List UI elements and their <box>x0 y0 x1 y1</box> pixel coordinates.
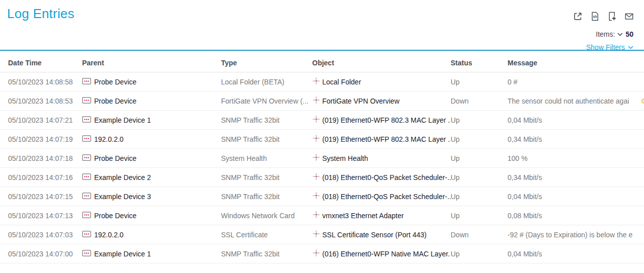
object-link-label: Local Folder <box>322 78 361 86</box>
column-header-object: Object <box>312 51 451 72</box>
cell-object: System Health <box>312 149 451 168</box>
object-link[interactable]: (019) Ethernet0-WFP 802.3 MAC Layer ... <box>312 134 451 144</box>
object-link[interactable]: vmxnet3 Ethernet Adapter <box>312 211 404 220</box>
items-count-control[interactable]: Items: 50 <box>596 30 633 38</box>
object-link[interactable]: SSL Certificate Sensor (Port 443) <box>312 230 426 239</box>
object-link-label: (016) Ethernet0-WFP Native MAC Layer... <box>322 250 451 258</box>
cell-parent: Example Device 1 <box>82 111 221 130</box>
object-link-label: (019) Ethernet0-WFP 802.3 MAC Layer ... <box>322 135 451 143</box>
device-icon <box>82 97 91 105</box>
object-link[interactable]: (018) Ethernet0-QoS Packet Scheduler-... <box>312 192 451 201</box>
cell-datetime: 05/10/2023 14:08:58 <box>0 72 82 92</box>
cell-datetime: 05/10/2023 14:08:53 <box>0 92 82 111</box>
cell-message: 0,34 Mbit/s <box>508 130 644 149</box>
object-link[interactable]: FortiGate VPN Overview <box>312 96 399 106</box>
cell-type: SNMP Traffic 32bit <box>221 187 312 206</box>
cell-status: Up <box>451 168 508 187</box>
parent-link[interactable]: Example Device 1 <box>82 116 151 124</box>
cell-status: Up <box>451 72 508 92</box>
parent-link-label: Probe Device <box>94 78 136 86</box>
object-link-label: SSL Certificate Sensor (Port 443) <box>322 231 426 239</box>
table-row: 05/10/2023 14:07:03 192.0.2.0 SSL Certif… <box>0 225 644 244</box>
parent-link[interactable]: Example Device 2 <box>82 173 151 181</box>
cell-object: vmxnet3 Ethernet Adapter <box>312 206 451 225</box>
column-header-datetime: Date Time <box>0 51 82 72</box>
cell-type: Local Folder (BETA) <box>221 72 312 92</box>
parent-link[interactable]: 192.0.2.0 <box>82 231 123 239</box>
sensor-icon <box>312 230 320 239</box>
table-row: 05/10/2023 14:08:58 Probe Device Local F… <box>0 72 644 92</box>
table-row: 05/10/2023 14:07:13 Probe Device Windows… <box>0 206 644 225</box>
object-link-label: vmxnet3 Ethernet Adapter <box>322 212 404 220</box>
cell-parent: Example Device 2 <box>82 168 221 187</box>
cell-datetime: 05/10/2023 14:07:18 <box>0 149 82 168</box>
parent-link[interactable]: Example Device 3 <box>82 193 151 201</box>
parent-link[interactable]: Probe Device <box>82 154 136 162</box>
cell-status: Up <box>451 244 508 263</box>
cell-message-text: 0,08 Mbit/s <box>508 212 542 220</box>
device-icon <box>82 78 91 86</box>
table-row: 05/10/2023 14:07:18 Probe Device System … <box>0 149 644 168</box>
table-row: 05/10/2023 14:07:21 Example Device 1 SNM… <box>0 111 644 130</box>
table-row: 05/10/2023 14:07:19 192.0.2.0 SNMP Traff… <box>0 130 644 149</box>
add-file-icon[interactable] <box>607 12 617 21</box>
cell-message-text: -92 # (Days to Expiration) is below the … <box>508 231 632 239</box>
cell-type: SSL Certificate <box>221 225 312 244</box>
page-title: Log Entries <box>7 6 75 22</box>
cell-parent: Probe Device <box>82 92 221 111</box>
table-header-row: Date Time Parent Type Object Status Mess… <box>0 51 644 72</box>
object-link-label: (018) Ethernet0-QoS Packet Scheduler-... <box>322 173 451 181</box>
object-link-label: System Health <box>322 154 368 162</box>
sensor-icon <box>312 249 320 258</box>
cell-object: FortiGate VPN Overview <box>312 92 451 111</box>
cell-message-text: 0,34 Mbit/s <box>508 173 542 181</box>
cell-object: (018) Ethernet0-QoS Packet Scheduler-... <box>312 187 451 206</box>
cell-message-text: The sensor could not authenticate agai <box>508 97 629 105</box>
items-label: Items: <box>596 30 615 38</box>
cell-message-text: 0,34 Mbit/s <box>508 135 542 143</box>
items-count-value[interactable]: 50 <box>625 30 633 38</box>
device-icon <box>82 154 91 162</box>
xml-export-icon[interactable] <box>590 12 600 21</box>
device-icon <box>82 231 91 239</box>
chevron-down-icon <box>628 46 633 49</box>
parent-link[interactable]: Probe Device <box>82 212 136 220</box>
object-link[interactable]: System Health <box>312 153 368 163</box>
cell-parent: Probe Device <box>82 206 221 225</box>
cell-status: Down <box>451 92 508 111</box>
cell-message: -92 # (Days to Expiration) is below the … <box>508 225 644 244</box>
cell-type: System Health <box>221 149 312 168</box>
object-link[interactable]: (019) Ethernet0-WFP 802.3 MAC Layer ... <box>312 115 451 125</box>
cell-message-text: 0,04 Mbit/s <box>508 250 542 258</box>
parent-link-label: Probe Device <box>94 97 136 105</box>
parent-link-label: Probe Device <box>94 212 136 220</box>
toolbar <box>573 12 634 21</box>
open-external-icon[interactable] <box>573 12 583 21</box>
cell-object: (018) Ethernet0-QoS Packet Scheduler-... <box>312 168 451 187</box>
cell-message: 0,34 Mbit/s <box>508 168 644 187</box>
parent-link[interactable]: Probe Device <box>82 78 136 86</box>
object-link-label: FortiGate VPN Overview <box>322 97 399 105</box>
cell-object: (016) Ethernet0-WFP Native MAC Layer... <box>312 244 451 263</box>
cell-datetime: 05/10/2023 14:07:00 <box>0 244 82 263</box>
device-icon <box>82 135 91 143</box>
log-table-body: 05/10/2023 14:08:58 Probe Device Local F… <box>0 72 644 263</box>
parent-link[interactable]: 192.0.2.0 <box>82 135 123 143</box>
cell-message: 0,04 Mbit/s <box>508 111 644 130</box>
cell-parent: Probe Device <box>82 149 221 168</box>
object-link[interactable]: Local Folder <box>312 77 361 86</box>
parent-link[interactable]: Probe Device <box>82 97 136 105</box>
email-icon[interactable] <box>624 12 634 21</box>
header-divider <box>0 50 644 51</box>
column-header-message: Message <box>508 51 644 72</box>
device-icon <box>82 250 91 258</box>
object-link-label: (018) Ethernet0-QoS Packet Scheduler-... <box>322 193 451 201</box>
object-link[interactable]: (018) Ethernet0-QoS Packet Scheduler-... <box>312 172 451 182</box>
object-link[interactable]: (016) Ethernet0-WFP Native MAC Layer... <box>312 249 451 258</box>
cell-message: 0,08 Mbit/s <box>508 206 644 225</box>
chevron-down-icon[interactable] <box>617 33 623 36</box>
parent-link[interactable]: Example Device 1 <box>82 250 151 258</box>
cell-datetime: 05/10/2023 14:07:19 <box>0 130 82 149</box>
cell-object: (019) Ethernet0-WFP 802.3 MAC Layer ... <box>312 130 451 149</box>
parent-link-label: Example Device 1 <box>94 116 151 124</box>
